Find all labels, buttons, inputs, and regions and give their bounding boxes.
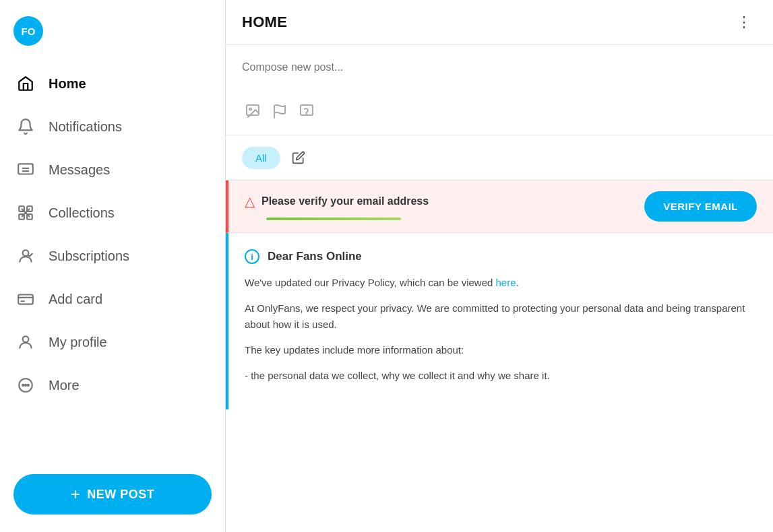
svg-rect-6 (18, 295, 33, 304)
sidebar-item-add-card-label: Add card (49, 292, 102, 307)
subscriptions-icon (16, 246, 35, 265)
sidebar-item-messages-label: Messages (49, 162, 110, 178)
compose-image-button[interactable] (242, 100, 264, 124)
sidebar-item-my-profile[interactable]: My profile (0, 321, 225, 364)
svg-point-10 (25, 385, 26, 386)
sidebar-item-collections-label: Collections (49, 205, 115, 221)
privacy-notice: i Dear Fans Online We've updated our Pri… (226, 233, 773, 409)
privacy-paragraph-1: We've updated our Privacy Policy, which … (245, 275, 757, 291)
warning-icon: △ (245, 193, 255, 209)
filter-all-button[interactable]: All (242, 147, 280, 169)
sidebar-item-notifications[interactable]: Notifications (0, 105, 225, 148)
sidebar-item-home-label: Home (49, 76, 86, 92)
notifications-icon (16, 117, 35, 136)
info-icon: i (245, 249, 259, 264)
page-title: HOME (242, 13, 287, 31)
main-content: HOME ⋮ (226, 0, 773, 532)
compose-area (226, 45, 773, 135)
my-profile-icon (16, 333, 35, 352)
verify-message: Please verify your email address (261, 195, 429, 207)
sidebar-item-my-profile-label: My profile (49, 335, 107, 350)
svg-point-11 (28, 385, 29, 386)
sidebar-item-subscriptions-label: Subscriptions (49, 248, 129, 264)
sidebar-item-more[interactable]: More (0, 364, 225, 407)
privacy-paragraph-4: - the personal data we collect, why we c… (245, 368, 757, 384)
compose-input[interactable] (242, 56, 757, 91)
svg-point-9 (22, 385, 24, 386)
filter-edit-button[interactable] (287, 146, 310, 169)
new-post-label: NEW POST (87, 488, 154, 502)
privacy-paragraph-2: At OnlyFans, we respect your privacy. We… (245, 300, 757, 333)
privacy-title: Dear Fans Online (268, 250, 362, 263)
sidebar-item-notifications-label: Notifications (49, 119, 122, 135)
svg-point-5 (23, 250, 29, 256)
verify-text-row: △ Please verify your email address (245, 193, 429, 209)
messages-icon (16, 160, 35, 179)
sidebar-item-subscriptions[interactable]: Subscriptions (0, 234, 225, 277)
verify-email-button[interactable]: VERIFY EMAIL (644, 191, 757, 222)
svg-point-7 (23, 336, 29, 342)
feed: All △ Please verify your email address V… (226, 135, 773, 532)
privacy-link[interactable]: here (496, 277, 516, 288)
privacy-body: We've updated our Privacy Policy, which … (245, 275, 757, 384)
compose-flag-button[interactable] (269, 100, 290, 124)
avatar[interactable]: FO (13, 16, 43, 46)
privacy-header: i Dear Fans Online (245, 249, 757, 264)
compose-toolbar (242, 94, 757, 135)
home-icon (16, 74, 35, 93)
header-more-button[interactable]: ⋮ (731, 12, 757, 32)
add-card-icon (16, 290, 35, 308)
sidebar: FO Home Notifications (0, 0, 226, 532)
new-post-button[interactable]: + NEW POST (13, 474, 212, 514)
svg-point-16 (307, 114, 307, 115)
privacy-paragraph-3: The key updates include more information… (245, 342, 757, 358)
sidebar-item-add-card[interactable]: Add card (0, 277, 225, 321)
sidebar-nav: Home Notifications Messages (0, 62, 225, 461)
filter-row: All (226, 135, 773, 180)
verify-email-banner: △ Please verify your email address VERIF… (226, 180, 773, 233)
verify-underline (266, 218, 401, 220)
verify-banner-left: △ Please verify your email address (245, 193, 429, 220)
compose-question-button[interactable] (296, 100, 317, 124)
sidebar-item-more-label: More (49, 378, 80, 393)
sidebar-item-home[interactable]: Home (0, 62, 225, 105)
plus-icon: + (71, 486, 81, 502)
sidebar-item-collections[interactable]: Collections (0, 191, 225, 234)
main-header: HOME ⋮ (226, 0, 773, 45)
more-icon (16, 376, 35, 395)
collections-icon (16, 203, 35, 222)
svg-point-13 (249, 108, 251, 110)
sidebar-item-messages[interactable]: Messages (0, 148, 225, 191)
svg-rect-12 (247, 105, 259, 115)
